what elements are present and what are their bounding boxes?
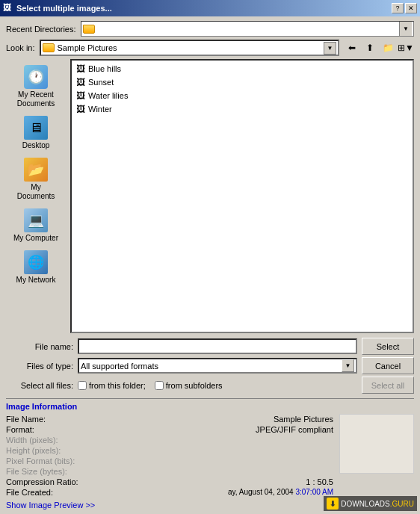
watermark-icon: ⬇: [327, 498, 339, 510]
views-button[interactable]: ⊞▼: [398, 40, 414, 56]
format-val: JPEG/JFIF compliant: [126, 424, 333, 435]
file-name-sunset: Sunset: [88, 78, 114, 87]
show-preview-row: Show Image Preview >>: [6, 501, 333, 510]
height-val: [126, 445, 333, 456]
sidebar-item-my-recent[interactable]: 🕐 My RecentDocuments: [9, 62, 63, 111]
main-area: 🕐 My RecentDocuments 🖥 Desktop 📂 My Docu…: [6, 59, 414, 333]
checkbox-group: from this folder; from subfolders: [78, 381, 223, 390]
sidebar-item-desktop[interactable]: 🖥 Desktop: [9, 113, 63, 153]
select-all-row: Select all files: from this folder; from…: [6, 377, 414, 394]
sidebar-item-my-recent-label: My RecentDocuments: [17, 90, 55, 108]
file-created-key: File Created:: [6, 487, 126, 498]
files-of-type-combo[interactable]: All supported formats ▼: [78, 358, 357, 374]
file-created-val: ay, August 04, 2004 3:07:00 AM: [126, 487, 333, 498]
compression-val: 1 : 50.5: [126, 477, 333, 487]
cancel-button[interactable]: Cancel: [362, 357, 414, 374]
lookin-value: Sample Pictures: [58, 43, 324, 52]
lookin-label: Look in:: [6, 43, 35, 52]
recent-dir-combo[interactable]: ▼: [81, 21, 414, 37]
my-recent-icon: 🕐: [24, 65, 48, 89]
width-val: [126, 435, 333, 445]
sidebar-item-my-network-label: My Network: [16, 276, 56, 285]
show-preview-link[interactable]: Show Image Preview >>: [6, 501, 95, 510]
sidebar-item-my-documents-label: My Documents: [11, 183, 61, 201]
from-subfolders-checkbox[interactable]: [155, 381, 164, 390]
file-item-blue-hills[interactable]: 🖼 Blue hills: [73, 62, 411, 75]
file-item-winter[interactable]: 🖼 Winter: [73, 102, 411, 116]
image-info-grid: File Name: Sample Pictures Format: JPEG/…: [6, 414, 333, 498]
file-size-key: File Size (bytes):: [6, 466, 126, 477]
file-size-val: [126, 466, 333, 477]
file-thumb-winter: 🖼: [76, 104, 85, 114]
sidebar: 🕐 My RecentDocuments 🖥 Desktop 📂 My Docu…: [6, 59, 66, 333]
files-of-type-label: Files of type:: [6, 362, 73, 371]
back-button[interactable]: ⬅: [344, 40, 360, 56]
sidebar-item-my-computer[interactable]: 💻 My Computer: [9, 205, 63, 246]
format-key: Format:: [6, 424, 126, 435]
files-of-type-row: Files of type: All supported formats ▼ C…: [6, 357, 414, 374]
select-button[interactable]: Select: [362, 338, 414, 355]
lookin-dropdown-arrow[interactable]: ▼: [324, 42, 336, 55]
from-folder-checkbox-item[interactable]: from this folder;: [78, 381, 146, 390]
image-preview-box: [339, 414, 414, 474]
recent-directories-row: Recent Directories: ▼: [6, 21, 414, 37]
file-name-blue-hills: Blue hills: [88, 64, 121, 73]
sidebar-item-my-documents[interactable]: 📂 My Documents: [9, 155, 63, 204]
files-of-type-arrow[interactable]: ▼: [342, 359, 354, 372]
file-name-key: File Name:: [6, 414, 126, 424]
recent-dir-dropdown-arrow[interactable]: ▼: [399, 22, 412, 36]
dialog-body: Recent Directories: ▼ Look in: Sample Pi…: [0, 16, 420, 514]
pixel-format-key: Pixel Format (bits):: [6, 456, 126, 466]
help-button[interactable]: ?: [392, 3, 404, 13]
file-thumb-sunset: 🖼: [76, 77, 85, 87]
close-button[interactable]: ✕: [405, 3, 417, 13]
lookin-folder-icon: [43, 43, 55, 52]
file-thumb-water-lilies: 🖼: [76, 90, 85, 101]
file-list-panel[interactable]: 🖼 Blue hills 🖼 Sunset 🖼 Water lilies 🖼 W…: [70, 59, 414, 333]
watermark-suffix: .GURU: [390, 500, 414, 508]
select-all-button[interactable]: Select all: [362, 377, 414, 394]
lookin-row: Look in: Sample Pictures ▼ ⬅ ⬆ 📁 ⊞▼: [6, 40, 414, 56]
pixel-format-val: [126, 456, 333, 466]
file-name-val: Sample Pictures: [126, 414, 333, 424]
watermark: ⬇ DOWNLOADS.GURU: [324, 496, 417, 511]
image-info-section: Image Information File Name: Sample Pict…: [6, 398, 414, 510]
file-thumb-blue-hills: 🖼: [76, 64, 85, 74]
sidebar-item-my-computer-label: My Computer: [13, 234, 58, 243]
sidebar-item-desktop-label: Desktop: [22, 141, 50, 150]
compression-key: Compression Ratio:: [6, 477, 126, 487]
up-button[interactable]: ⬆: [362, 40, 378, 56]
from-folder-checkbox[interactable]: [78, 381, 87, 390]
file-item-sunset[interactable]: 🖼 Sunset: [73, 75, 411, 89]
form-area: File name: Select Files of type: All sup…: [6, 336, 414, 394]
watermark-text: DOWNLOADS.GURU: [341, 500, 414, 508]
my-network-icon: 🌐: [24, 250, 48, 274]
from-subfolders-label: from subfolders: [166, 381, 223, 390]
from-subfolders-checkbox-item[interactable]: from subfolders: [155, 381, 223, 390]
title-bar-left: 🖼 Select multiple images...: [3, 3, 112, 13]
file-item-water-lilies[interactable]: 🖼 Water lilies: [73, 89, 411, 102]
app-icon: 🖼: [3, 3, 13, 13]
new-folder-button[interactable]: 📁: [380, 40, 396, 56]
height-key: Height (pixels):: [6, 445, 126, 456]
title-bar: 🖼 Select multiple images... ? ✕: [0, 0, 420, 16]
dialog-title: Select multiple images...: [16, 4, 112, 13]
file-name-label: File name:: [6, 342, 73, 351]
folder-icon: [83, 25, 95, 34]
my-computer-icon: 💻: [24, 208, 48, 232]
lookin-toolbar: ⬅ ⬆ 📁 ⊞▼: [344, 40, 414, 56]
from-folder-label: from this folder;: [89, 381, 146, 390]
file-name-winter: Winter: [88, 105, 112, 114]
file-name-input[interactable]: [78, 338, 357, 354]
title-bar-buttons: ? ✕: [392, 3, 417, 13]
image-info-title: Image Information: [6, 402, 414, 411]
desktop-icon: 🖥: [24, 116, 48, 140]
file-name-row: File name: Select: [6, 338, 414, 355]
lookin-combo[interactable]: Sample Pictures ▼: [40, 40, 339, 56]
recent-dir-label: Recent Directories:: [6, 25, 76, 34]
files-of-type-value: All supported formats: [81, 362, 342, 371]
file-name-water-lilies: Water lilies: [88, 91, 128, 100]
image-info-content: File Name: Sample Pictures Format: JPEG/…: [6, 414, 414, 510]
sidebar-item-my-network[interactable]: 🌐 My Network: [9, 247, 63, 288]
select-all-label: Select all files:: [6, 381, 73, 390]
